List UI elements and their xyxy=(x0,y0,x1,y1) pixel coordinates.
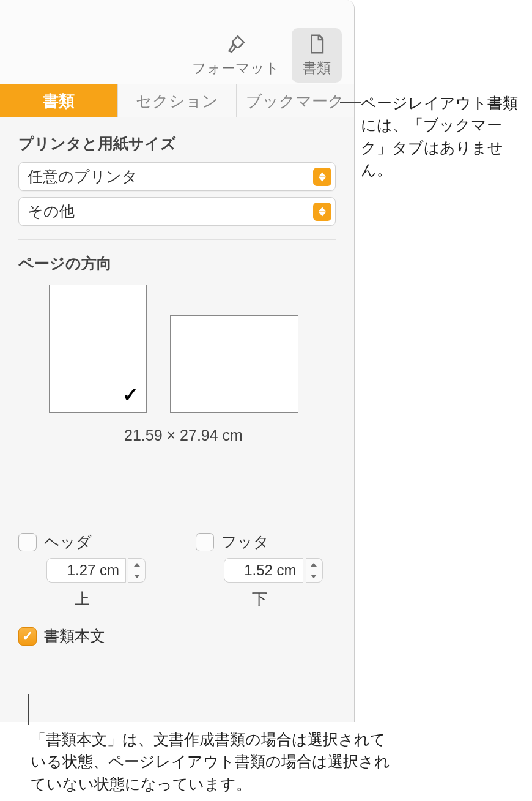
orientation-landscape[interactable] xyxy=(170,315,298,413)
orientation-portrait[interactable]: ✓ xyxy=(49,285,147,413)
stepper-up[interactable] xyxy=(306,559,322,570)
footer-margin-stepper[interactable] xyxy=(224,558,323,583)
paintbrush-icon xyxy=(225,33,247,55)
printer-popup[interactable]: 任意のプリンタ xyxy=(18,162,336,191)
divider xyxy=(18,239,336,240)
document-body-label: 書類本文 xyxy=(44,626,105,646)
callout-leader-line xyxy=(340,102,361,103)
header-position-label: 上 xyxy=(75,589,90,609)
header-checkbox[interactable] xyxy=(18,533,37,551)
tab-bookmark[interactable]: ブックマーク xyxy=(237,84,354,117)
footer-label: フッタ xyxy=(221,532,269,552)
paper-size-popup[interactable]: その他 xyxy=(18,197,336,226)
stepper-down[interactable] xyxy=(128,570,145,582)
divider xyxy=(18,518,336,518)
footer-checkbox[interactable] xyxy=(196,533,214,551)
printer-value: 任意のプリンタ xyxy=(28,166,313,187)
header-footer-row: ヘッダ 上 フッタ xyxy=(18,532,336,609)
inspector-tabs: 書類 セクション ブックマーク xyxy=(0,84,354,117)
callout-bodytext-note: 「書類本文」は、文書作成書類の場合は選択されている状態、ページレイアウト書類の場… xyxy=(31,728,391,795)
stepper-buttons xyxy=(128,558,146,583)
footer-column: フッタ 下 xyxy=(196,532,336,609)
document-label: 書類 xyxy=(303,59,331,78)
orientation-title: ページの方向 xyxy=(18,253,336,274)
popup-arrows-icon xyxy=(313,203,331,221)
document-toolbar-button[interactable]: 書類 xyxy=(292,28,342,83)
document-body-checkbox[interactable] xyxy=(18,627,37,646)
orientation-options: ✓ xyxy=(18,285,336,413)
document-icon xyxy=(306,33,328,55)
header-label: ヘッダ xyxy=(44,532,92,552)
printer-section-title: プリンタと用紙サイズ xyxy=(18,133,336,154)
footer-position-label: 下 xyxy=(252,589,267,609)
page-size-text: 21.59 × 27.94 cm xyxy=(70,427,297,444)
paper-value: その他 xyxy=(28,201,313,222)
header-column: ヘッダ 上 xyxy=(18,532,159,609)
inspector-content: プリンタと用紙サイズ 任意のプリンタ その他 ページの方向 ✓ 21.59 × … xyxy=(0,117,354,658)
stepper-buttons xyxy=(306,558,323,583)
tab-section[interactable]: セクション xyxy=(118,84,236,117)
header-margin-stepper[interactable] xyxy=(46,558,146,583)
stepper-down[interactable] xyxy=(306,570,322,582)
header-margin-input[interactable] xyxy=(46,558,126,583)
toolbar: フォーマット 書類 xyxy=(0,0,354,84)
inspector-panel: フォーマット 書類 書類 セクション ブックマーク プリンタと用紙サイズ 任意の… xyxy=(0,0,355,722)
check-icon: ✓ xyxy=(122,383,139,406)
popup-arrows-icon xyxy=(313,168,331,186)
tab-document[interactable]: 書類 xyxy=(0,84,118,117)
format-label: フォーマット xyxy=(192,59,279,78)
stepper-up[interactable] xyxy=(128,559,145,570)
callout-leader-line xyxy=(28,694,29,725)
callout-bookmark-note: ページレイアウト書類には、「ブックマーク」タブはありません。 xyxy=(361,92,529,181)
footer-margin-input[interactable] xyxy=(224,558,303,583)
format-toolbar-button[interactable]: フォーマット xyxy=(192,33,279,78)
